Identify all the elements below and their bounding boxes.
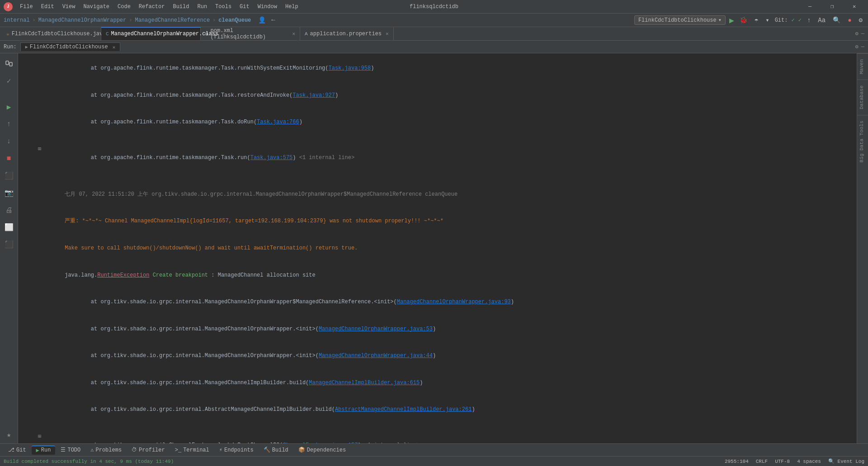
file-encoding[interactable]: UTF-8 <box>775 459 790 464</box>
stack-link[interactable]: Task.java:927 <box>292 92 335 99</box>
stack-link[interactable]: Task.java:766 <box>257 119 299 125</box>
run-tab[interactable]: ▶ FlinkCdcTidbtoClickhouse ✕ <box>20 42 120 51</box>
tab-props-close[interactable]: ✕ <box>386 31 389 37</box>
breadcrumb-reference[interactable]: ManagedChannelReference <box>135 17 210 24</box>
menu-build[interactable]: Build <box>169 2 193 12</box>
run-settings-icon[interactable]: ⚙ <box>855 43 859 50</box>
breadcrumb-wrapper[interactable]: ManagedChannelOrphanWrapper <box>38 17 126 24</box>
stack-link[interactable]: ChannelFactory.java:157 <box>283 442 358 443</box>
create-breakpoint[interactable]: Create breakpoint <box>149 272 211 278</box>
sidebar-project[interactable] <box>1 56 17 72</box>
tab-problems[interactable]: ⚠ Problems <box>86 446 126 454</box>
run-button[interactable]: ▶ <box>729 15 734 25</box>
tab-dependencies[interactable]: 📦 Dependencies <box>294 446 350 454</box>
run-config-dropdown[interactable]: FlinkCdcTidbtoClickhouse ▾ <box>634 15 726 25</box>
line-separator[interactable]: CRLF <box>756 459 768 464</box>
sidebar-commit[interactable]: ✓ <box>1 73 17 89</box>
log-warning2: Make sure to call shutdown()/shutdownNow… <box>18 235 857 262</box>
cursor-position[interactable]: 2955:104 <box>725 459 749 464</box>
menu-run[interactable]: Run <box>193 2 211 12</box>
git-label: Git: <box>775 17 788 24</box>
indent-setting[interactable]: 4 spaces <box>797 459 821 464</box>
coverage-button[interactable]: ☂ <box>753 15 760 25</box>
back-icon[interactable]: ← <box>269 15 277 25</box>
git-push-icon[interactable]: ↑ <box>805 16 812 25</box>
tab-endpoints[interactable]: ⚡ Endpoints <box>215 446 258 454</box>
minimize-button[interactable]: — <box>800 0 820 14</box>
git-tab-label: Git <box>16 447 26 453</box>
menu-bar: File Edit View Navigate Code Refactor Bu… <box>16 2 800 12</box>
maximize-button[interactable]: ❐ <box>822 0 842 14</box>
run-sidebar-block[interactable]: ⬛ <box>1 168 17 184</box>
menu-window[interactable]: Window <box>254 2 281 12</box>
run-tab-close[interactable]: ✕ <box>113 44 116 50</box>
tab-terminal[interactable]: >_ Terminal <box>170 446 214 454</box>
tab-minimize-icon[interactable]: — <box>861 31 864 37</box>
stack-link[interactable]: ManagedChannelImplBuilder.java:615 <box>309 380 420 386</box>
event-log[interactable]: 🔍 Event Log <box>828 458 864 464</box>
run-config-label: FlinkCdcTidbtoClickhouse <box>638 17 717 24</box>
person-icon[interactable]: 👤 <box>256 15 268 25</box>
run-sidebar-camera[interactable]: 📷 <box>1 185 17 201</box>
left-sidebar: ✓ ▶ ↑ ↓ ■ ⬛ 📷 🖨 ⬜ ⬛ ★ <box>0 53 18 443</box>
run-sidebar-wrap[interactable]: ⬜ <box>1 219 17 235</box>
more-run-options[interactable]: ▾ <box>764 15 771 25</box>
sidebar-favorites[interactable]: ★ <box>1 427 17 443</box>
menu-edit[interactable]: Edit <box>38 2 58 12</box>
log-line: at org.apache.flink.runtime.taskmanager.… <box>18 55 857 82</box>
tab-app-props[interactable]: A application.properties ✕ <box>300 27 394 40</box>
menu-code[interactable]: Code <box>114 2 134 12</box>
tab-pom[interactable]: m pom.xml (flinksqlcdctidb) ✕ <box>201 27 300 40</box>
run-sidebar-down[interactable]: ↓ <box>1 133 17 150</box>
tab-props-label: application.properties <box>310 31 382 37</box>
tab-todo[interactable]: ☰ TODO <box>56 446 85 454</box>
tab-profiler[interactable]: ⏱ Profiler <box>127 446 170 454</box>
stack-link[interactable]: AbstractManagedChannelImplBuilder.java:2… <box>335 406 472 413</box>
menu-view[interactable]: View <box>59 2 79 12</box>
run-expand-icon[interactable]: — <box>861 44 864 50</box>
tab-pom-close[interactable]: ✕ <box>292 31 295 37</box>
menu-navigate[interactable]: Navigate <box>80 2 113 12</box>
breadcrumb-internal[interactable]: internal <box>4 17 30 24</box>
window-title: flinksqlcdctidb <box>410 4 458 10</box>
stack-link[interactable]: Task.java:958 <box>329 65 371 71</box>
run-sidebar-print[interactable]: 🖨 <box>1 202 17 218</box>
menu-refactor[interactable]: Refactor <box>135 2 169 12</box>
search-icon[interactable]: 🔍 <box>831 15 842 25</box>
stack-link[interactable]: ManagedChannelOrphanWrapper.java:53 <box>319 326 433 332</box>
stack-link[interactable]: ManagedChannelOrphanWrapper.java:44 <box>319 353 433 359</box>
expand-icon2[interactable]: ⊞ <box>38 433 41 441</box>
main-layout: ✓ ▶ ↑ ↓ ■ ⬛ 📷 🖨 ⬜ ⬛ ★ at org.apache.flin… <box>0 53 868 443</box>
sidebar-database[interactable]: Database <box>857 80 868 115</box>
props-icon: A <box>305 31 308 37</box>
run-sidebar-filter[interactable]: ⬛ <box>1 236 17 253</box>
menu-git[interactable]: Git <box>236 2 253 12</box>
tab-settings-icon[interactable]: ⚙ <box>855 30 859 37</box>
breadcrumb-cleanqueue[interactable]: cleanQueue <box>218 17 251 24</box>
tab-flink-java[interactable]: ☕ FlinkCdcTidbtoClickhouse.java ✕ <box>2 27 101 40</box>
debug-button[interactable]: 🐞 <box>738 15 749 25</box>
run-sidebar-up[interactable]: ↑ <box>1 116 17 132</box>
menu-help[interactable]: Help <box>282 2 302 12</box>
console-output[interactable]: at org.apache.flink.runtime.taskmanager.… <box>18 53 857 443</box>
stack-link[interactable]: Task.java:575 <box>250 155 293 161</box>
run-sidebar-stop[interactable]: ■ <box>1 151 17 167</box>
menu-tools[interactable]: Tools <box>212 2 235 12</box>
sidebar-maven[interactable]: Maven <box>857 53 868 80</box>
translate-icon[interactable]: Aa <box>816 16 827 25</box>
tab-git[interactable]: ⎇ Git <box>4 446 31 454</box>
class-icon: C <box>106 31 109 37</box>
tab-managed-channel[interactable]: C ManagedChannelOrphanWrapper.class ✕ <box>101 27 201 40</box>
stack-link[interactable]: ManagedChannelOrphanWrapper.java:93 <box>397 299 511 305</box>
sidebar-big-data[interactable]: Big Data Tools <box>857 115 868 168</box>
close-button[interactable]: ✕ <box>844 0 864 14</box>
run-sidebar-play[interactable]: ▶ <box>1 99 17 115</box>
tab-run[interactable]: ▶ Run <box>32 446 56 455</box>
menu-file[interactable]: File <box>16 2 37 12</box>
blank-line <box>18 171 857 181</box>
runtime-exception-link[interactable]: RuntimeException <box>97 272 149 278</box>
tab-build[interactable]: 🔨 Build <box>259 446 293 454</box>
profile-icon[interactable]: ● <box>846 16 853 25</box>
settings-icon[interactable]: ⚙ <box>857 15 864 25</box>
expand-icon[interactable]: ⊞ <box>38 145 41 154</box>
